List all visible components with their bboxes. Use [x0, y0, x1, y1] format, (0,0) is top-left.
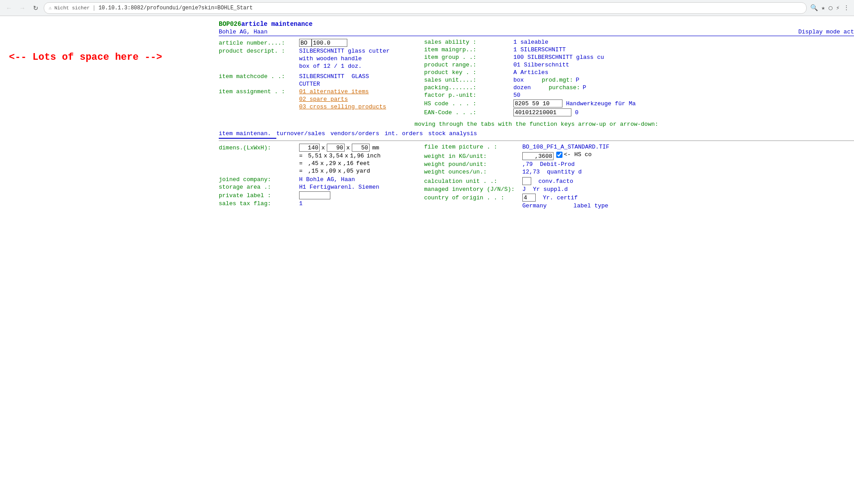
calc-unit-label: calculation unit . .:: [424, 178, 522, 185]
country-text: Germany: [522, 202, 547, 209]
joined-company-text: Bohle AG, Haan: [306, 176, 355, 183]
product-key-val: A: [513, 69, 517, 76]
calc-unit-input[interactable]: [522, 177, 531, 185]
product-range-text: Silberschnitt: [524, 62, 569, 68]
url-text: 10.10.1.3:8082/profoundui/genie?skin=BOH…: [99, 5, 253, 11]
packing-label: packing.......:: [424, 84, 513, 91]
debit-prod-label: Debit-Prod: [540, 161, 575, 168]
company-line: Bohle AG, Haan Display mode act: [219, 29, 854, 36]
item-group-val: 100: [513, 54, 524, 61]
dim-col-right: file item picture . : BO_108_PF1_A_STAND…: [424, 144, 854, 210]
ean-code-extra: 0: [575, 109, 579, 116]
article-prefix-input[interactable]: [299, 39, 312, 47]
item-maingrp-text: SILBERSCHNITT: [521, 46, 566, 53]
article-number-row: article number....:: [219, 39, 424, 47]
country-input[interactable]: [522, 194, 536, 202]
product-desc-label: product descript. :: [219, 48, 299, 54]
menu-icon[interactable]: ⋮: [842, 3, 850, 12]
product-range-val: 01: [513, 62, 521, 68]
dim-feet-l: ,45: [308, 160, 318, 167]
url-separator: |: [92, 4, 96, 11]
factor-pu-row: factor p.-unit: 50: [424, 92, 854, 99]
sales-unit-label: sales unit....:: [424, 77, 513, 83]
country-text-row: Germany label type: [424, 202, 854, 209]
dim-l-input[interactable]: [299, 144, 320, 152]
file-picture-val: BO_108_PF1_A_STANDARD.TIF: [522, 144, 609, 150]
browser-chrome: ← → ↻ ⚠ Nicht sicher | 10.10.1.3:8082/pr…: [0, 0, 854, 16]
forward-button[interactable]: →: [17, 3, 28, 13]
item-assignment-label: item assignment . :: [219, 88, 299, 95]
factor-pu-val: 50: [513, 92, 521, 99]
item-matchcode-val2: GLASS: [351, 73, 369, 80]
app-panel: BOP026 article maintenance Bohle AG, Haa…: [219, 16, 854, 210]
extensions-icon[interactable]: ⚡: [835, 3, 841, 12]
sales-tax-row: sales tax flag: 1: [219, 200, 424, 207]
weight-kg-input[interactable]: [522, 152, 554, 160]
dim-h-input[interactable]: [352, 144, 370, 152]
item-group-label: item group . .:: [424, 54, 513, 61]
yr-certif-label: Yr. certif: [543, 194, 578, 201]
dim-yard-w: ,09: [325, 168, 336, 174]
hs-co-checkbox-row: <- HS co: [556, 151, 592, 158]
weight-ounces-val: 12,73: [522, 169, 540, 175]
url-bar[interactable]: ⚠ Nicht sicher | 10.10.1.3:8082/profound…: [44, 2, 807, 14]
hs-code-input[interactable]: [513, 99, 562, 107]
product-range-row: product range.: 01 Silberschnitt: [424, 62, 854, 68]
dim-w-input[interactable]: [327, 144, 345, 152]
bookmark-star-icon[interactable]: ★: [821, 3, 826, 12]
product-desc-val1: SILBERSCHNITT glass cutter: [299, 48, 390, 54]
tab-item-vendors[interactable]: vendors/orders: [330, 129, 384, 139]
tab-item-turnover[interactable]: turnover/sales: [276, 129, 330, 139]
app-header: BOP026 article maintenance: [219, 19, 854, 29]
packing-row: packing.......: dozen purchase: P: [424, 84, 854, 91]
item-maingrp-label: item maingrp..:: [424, 46, 513, 53]
left-space-area: <-- Lots of space here -->: [0, 16, 219, 210]
hs-co-label: <- HS co: [564, 151, 592, 158]
tab-item-maintenance[interactable]: item maintenan.: [219, 129, 276, 139]
dim-feet-unit: feet: [356, 160, 370, 167]
item-assignment-row3: 03 cross selling products: [219, 103, 424, 110]
item-assignment-03[interactable]: 03 cross selling products: [299, 103, 386, 110]
tab-item-stock-analysis[interactable]: stock analysis: [428, 129, 482, 139]
article-number-input[interactable]: [312, 39, 347, 47]
private-label-label: private label :: [219, 192, 299, 199]
back-button[interactable]: ←: [4, 3, 14, 13]
not-secure-label: Nicht sicher: [54, 5, 90, 11]
sales-unit-val: box: [513, 77, 524, 83]
section-divider: [219, 140, 854, 141]
item-assignment-01[interactable]: 01 alternative items: [299, 88, 369, 95]
hs-code-label: HS code . . . :: [424, 100, 513, 107]
tab-item-int-orders[interactable]: int. orders: [384, 129, 428, 139]
dim-inch-row: = 5,51 x 3,54 x 1,96 inch: [219, 153, 424, 159]
purchase-label: purchase:: [549, 84, 580, 91]
zoom-icon[interactable]: 🔍: [809, 3, 819, 12]
hs-code-row: HS code . . . : Handwerkzeuge für Ma: [424, 99, 854, 107]
country-row: country of origin . . : Yr. certif: [424, 194, 854, 202]
item-assignment-02[interactable]: 02 spare parts: [299, 96, 348, 103]
left-space-label: <-- Lots of space here -->: [9, 52, 210, 63]
ean-code-label: EAN-Code . . .:: [424, 109, 513, 116]
dim-inch-l: 5,51: [308, 153, 322, 159]
ean-code-row: EAN-Code . . .: 0: [424, 108, 854, 116]
display-mode: Display mode act: [798, 29, 854, 35]
reload-button[interactable]: ↻: [30, 3, 41, 13]
ean-code-input[interactable]: [513, 108, 571, 116]
tabs-row: item maintenan. turnover/sales vendors/o…: [219, 129, 854, 139]
file-picture-row: file item picture . : BO_108_PF1_A_STAND…: [424, 144, 854, 150]
weight-kg-label: weight in KG/unit:: [424, 153, 522, 160]
factor-pu-label: factor p.-unit:: [424, 92, 513, 99]
hs-co-checkbox[interactable]: [556, 152, 562, 158]
purchase-val: P: [583, 84, 586, 91]
profile-icon[interactable]: ◯: [828, 3, 833, 12]
item-matchcode-row2: CUTTER: [219, 81, 424, 87]
private-label-input[interactable]: [299, 191, 330, 199]
company-name: Bohle AG, Haan: [219, 29, 267, 35]
managed-inv-val: J: [522, 186, 526, 193]
dim-label: dimens.(LxWxH):: [219, 145, 299, 151]
app-title: article maintenance: [241, 21, 312, 28]
item-group-text: SILBERSCHNITT glass cu: [527, 54, 604, 61]
item-assignment-row1: item assignment . : 01 alternative items: [219, 88, 424, 95]
item-matchcode-val3: CUTTER: [299, 81, 320, 87]
managed-inv-row: managed inventory (J/N/S): J Yr suppl.d: [424, 186, 854, 193]
dim-inch-unit: inch: [367, 153, 380, 159]
